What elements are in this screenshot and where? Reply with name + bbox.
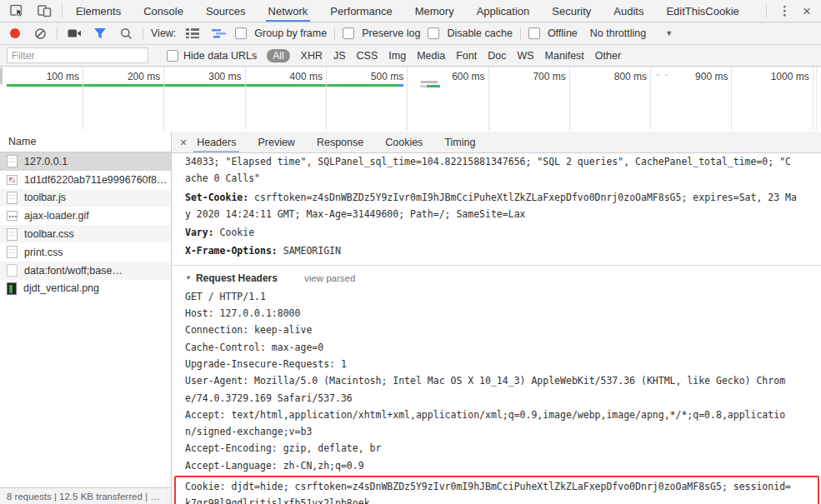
header-line: Accept-Language: zh-CN,zh;q=0.9 <box>185 457 821 474</box>
request-row[interactable]: ajax-loader.gif <box>0 207 171 225</box>
offline-checkbox[interactable] <box>528 27 540 39</box>
waterfall-icon[interactable] <box>209 24 228 42</box>
capture-screenshots-icon[interactable] <box>65 24 83 42</box>
filter-type-font[interactable]: Font <box>456 50 477 62</box>
detail-tab-timing[interactable]: Timing <box>444 132 475 152</box>
request-row[interactable]: toolbar.css <box>0 225 171 243</box>
main-tab-bar: ElementsConsoleSourcesNetworkPerformance… <box>0 0 821 22</box>
hide-data-urls-checkbox[interactable] <box>167 50 178 62</box>
tab-editthiscookie[interactable]: EditThisCookie <box>666 0 738 22</box>
request-row[interactable]: djdt_vertical.png <box>0 280 171 298</box>
timeline-gridline <box>83 67 83 130</box>
doc-file-icon <box>7 246 18 258</box>
timeline-gridline <box>407 67 408 130</box>
preserve-log-checkbox[interactable] <box>343 27 354 39</box>
disable-cache-label: Disable cache <box>447 27 513 39</box>
tab-sources[interactable]: Sources <box>206 0 246 22</box>
name-column-header[interactable]: Name <box>0 132 171 152</box>
request-headers-title: Request Headers <box>196 272 278 284</box>
filter-type-other[interactable]: Other <box>595 50 621 62</box>
filter-type-ws[interactable]: WS <box>517 50 533 62</box>
group-by-frame-checkbox[interactable] <box>235 27 247 39</box>
request-detail-pane: × HeadersPreviewResponseCookiesTiming 34… <box>172 132 821 504</box>
filter-type-img[interactable]: Img <box>388 50 406 62</box>
overview-grip <box>0 67 3 84</box>
tab-memory[interactable]: Memory <box>415 0 454 22</box>
request-row[interactable]: toolbar.js <box>0 189 171 207</box>
requests-panel: Name 127.0.0.11d1df6220ab711e9996760f8…t… <box>0 132 172 504</box>
inspect-element-icon[interactable] <box>8 2 27 20</box>
header-line: Accept-Encoding: gzip, deflate, br <box>185 440 821 457</box>
device-toolbar-icon[interactable] <box>35 2 53 20</box>
request-name: toolbar.js <box>24 192 66 203</box>
timeline-tick-label: 800 ms <box>572 71 647 82</box>
request-name: print.css <box>24 247 63 258</box>
tab-application[interactable]: Application <box>477 0 530 22</box>
timeline-gridline <box>816 67 817 130</box>
tab-elements[interactable]: Elements <box>76 0 121 22</box>
tab-network[interactable]: Network <box>268 0 308 22</box>
divider <box>766 4 767 17</box>
filter-bar: Hide data URLs AllXHRJSCSSImgMediaFontDo… <box>0 45 821 67</box>
timeline-gridline <box>163 67 164 130</box>
filter-type-manifest[interactable]: Manifest <box>545 50 584 62</box>
header-line: User-Agent: Mozilla/5.0 (Macintosh; Inte… <box>185 372 821 389</box>
large-rows-icon[interactable] <box>183 24 202 42</box>
detail-tab-cookies[interactable]: Cookies <box>385 132 423 152</box>
filter-type-css[interactable]: CSS <box>357 50 378 62</box>
clear-icon[interactable] <box>31 24 49 42</box>
request-row[interactable]: 127.0.0.1 <box>0 152 171 171</box>
request-row[interactable]: print.css <box>0 243 171 262</box>
close-devtools-icon[interactable]: × <box>803 4 811 18</box>
detail-tab-response[interactable]: Response <box>317 132 363 152</box>
section-divider <box>172 265 821 266</box>
header-line: k7qr98l9gdlritjslxfb51vx2lnb8oek <box>185 495 818 504</box>
status-summary: 8 requests | 12.5 KB transferred | … <box>7 492 160 502</box>
close-detail-icon[interactable]: × <box>180 136 187 149</box>
disable-cache-checkbox[interactable] <box>428 27 439 39</box>
view-parsed-link[interactable]: view parsed <box>304 273 355 283</box>
divider <box>520 27 521 40</box>
group-by-frame-label: Group by frame <box>254 27 327 39</box>
more-options-icon[interactable]: ⋮ <box>778 3 791 18</box>
divider <box>57 27 58 40</box>
timeline-gridline <box>488 67 489 130</box>
search-icon[interactable] <box>117 24 135 42</box>
header-line: Upgrade-Insecure-Requests: 1 <box>185 356 821 372</box>
filter-input[interactable] <box>7 47 148 63</box>
headers-content: 34033; "Elapsed time", SQLPanel_sql_time… <box>172 152 821 504</box>
header-line: Cache-Control: max-age=0 <box>185 339 821 356</box>
filter-type-xhr[interactable]: XHR <box>301 50 323 62</box>
header-line: e/74.0.3729.169 Safari/537.36 <box>185 390 821 407</box>
tab-security[interactable]: Security <box>552 0 591 22</box>
request-name: toolbar.css <box>24 228 74 240</box>
header-line: ache 0 Calls" <box>185 170 821 187</box>
request-headers-section[interactable]: ▼ Request Headers view parsed <box>185 268 821 288</box>
network-overview[interactable]: 100 ms200 ms300 ms400 ms500 ms600 ms700 … <box>0 67 821 132</box>
gif-file-icon <box>7 211 18 221</box>
doc-file-icon <box>7 155 18 167</box>
filter-type-media[interactable]: Media <box>417 50 445 62</box>
tab-performance[interactable]: Performance <box>330 0 392 22</box>
request-name: 1d1df6220ab711e9996760f8… <box>24 174 167 186</box>
throttling-select[interactable]: No throttling <box>590 27 646 39</box>
header-line: n/signed-exchange;v=b3 <box>185 423 821 440</box>
blank-file-icon <box>7 264 18 277</box>
filter-type-all[interactable]: All <box>267 49 289 62</box>
offline-label: Offline <box>548 27 578 39</box>
overview-timeline-bar-blue <box>398 84 403 87</box>
record-icon[interactable] <box>10 28 20 38</box>
timeline-tick-label: 300 ms <box>167 71 242 82</box>
img-file-icon <box>7 175 18 185</box>
filter-type-doc[interactable]: Doc <box>488 50 506 62</box>
filter-type-js[interactable]: JS <box>333 50 346 62</box>
detail-tab-headers[interactable]: Headers <box>197 132 236 152</box>
filter-funnel-icon[interactable] <box>91 24 109 42</box>
tab-audits[interactable]: Audits <box>613 0 643 22</box>
timeline-tick-label: 900 ms <box>653 71 728 82</box>
request-row[interactable]: data:font/woff;base… <box>0 262 171 280</box>
request-row[interactable]: 1d1df6220ab711e9996760f8… <box>0 171 171 189</box>
hide-data-urls-label: Hide data URLs <box>183 50 257 62</box>
tab-console[interactable]: Console <box>143 0 183 22</box>
detail-tab-preview[interactable]: Preview <box>258 132 294 152</box>
